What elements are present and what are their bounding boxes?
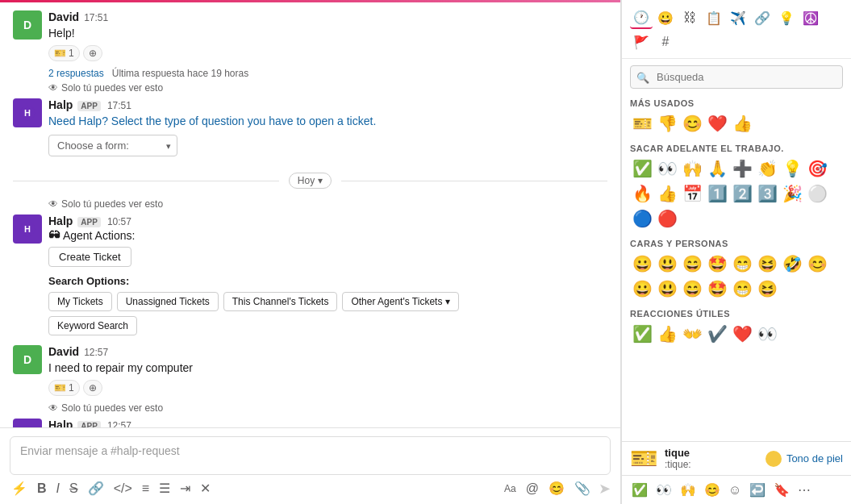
emoji-star-struck-2[interactable]: 🤩 [705, 277, 729, 301]
emoji-beaming[interactable]: 😁 [730, 252, 754, 276]
bold-button[interactable]: B [35, 481, 48, 497]
emoji-cat-recent[interactable]: 🕐 [630, 6, 653, 29]
emoji-rofl[interactable]: 🤣 [780, 252, 804, 276]
emoji-smile[interactable]: 😊 [680, 111, 704, 135]
message-block-halp-2: H Halp APP 10:57 🕶 Agent Actions: Create… [13, 215, 607, 342]
chat-input-box[interactable]: Enviar mensaje a #halp-request [10, 436, 611, 475]
emoji-cat-bulb[interactable]: 💡 [775, 6, 798, 29]
emoji-calendar[interactable]: 📅 [680, 181, 704, 206]
emoji-one[interactable]: 1️⃣ [705, 181, 729, 206]
emoji-smiley[interactable]: 😃 [655, 252, 679, 276]
footer-bookmark-btn[interactable]: 🔖 [772, 481, 791, 499]
clear-button[interactable]: ✕ [198, 481, 212, 497]
footer-relax-btn[interactable]: ☺️ [727, 481, 743, 499]
emoji-smile-3[interactable]: 😄 [680, 277, 704, 301]
emoji-eyes[interactable]: 👀 [655, 156, 679, 181]
reaction-add-2[interactable]: ⊕ [83, 380, 102, 396]
skin-circle [765, 451, 782, 467]
keyword-search-button[interactable]: Keyword Search [48, 316, 137, 335]
input-tools-right: Aa @ 😊 📎 ➤ [503, 480, 611, 498]
emoji-cat-travel[interactable]: ✈️ [727, 6, 749, 29]
emoji-cat-attach[interactable]: 🔗 [751, 6, 774, 29]
lightning-button[interactable]: ⚡ [10, 481, 29, 497]
link-button[interactable]: 🔗 [86, 481, 106, 497]
emoji-plus[interactable]: ➕ [730, 156, 754, 181]
date-chip[interactable]: Hoy ▾ [289, 173, 332, 189]
emoji-heart-2[interactable]: ❤️ [730, 322, 754, 346]
emoji-clap[interactable]: 👏 [755, 156, 779, 181]
aa-button[interactable]: Aa [503, 482, 518, 495]
footer-check-btn[interactable]: ✅ [630, 481, 649, 499]
emoji-fire[interactable]: 🔥 [630, 181, 654, 206]
reaction-add-1[interactable]: ⊕ [83, 45, 102, 61]
emoji-check-2[interactable]: ✅ [630, 322, 654, 346]
emoji-cat-hash[interactable]: # [654, 31, 677, 53]
mention-button[interactable]: @ [524, 481, 540, 497]
footer-hands-btn[interactable]: 🙌 [678, 481, 698, 499]
reply-info-1[interactable]: 2 respuestas Última respuesta hace 19 ho… [48, 68, 607, 79]
emoji-grinning[interactable]: 😀 [630, 252, 654, 276]
footer-smile-btn[interactable]: 😊 [703, 481, 722, 499]
emoji-three[interactable]: 3️⃣ [755, 181, 779, 206]
emoji-target[interactable]: 🎯 [805, 156, 829, 181]
emoji-laughing-2[interactable]: 😆 [755, 277, 779, 301]
emoji-section-utiles: Reacciones útiles ✅ 👍 👐 ✔️ ❤️ 👀 [622, 302, 851, 348]
emoji-tique[interactable]: 🎫 [630, 111, 654, 135]
emoji-pray[interactable]: 🙏 [705, 156, 729, 181]
emoji-grinning-2[interactable]: 😀 [630, 277, 654, 301]
emoji-cat-flag[interactable]: 🚩 [630, 31, 653, 53]
date-text: Hoy [298, 175, 315, 186]
msg-text-david-1: Help! [48, 25, 607, 42]
emoji-white-circle[interactable]: ⚪ [805, 181, 829, 206]
footer-more-btn[interactable]: ⋯ [796, 481, 812, 499]
emoji-search-input[interactable] [630, 65, 843, 89]
my-tickets-button[interactable]: My Tickets [48, 292, 112, 311]
emoji-thumbsup-2[interactable]: 👍 [655, 181, 679, 206]
footer-eyes-btn[interactable]: 👀 [654, 481, 674, 499]
emoji-eyes-2[interactable]: 👀 [755, 322, 779, 346]
unordered-list-button[interactable]: ☰ [157, 481, 172, 497]
footer-reply-btn[interactable]: ↩️ [748, 481, 767, 499]
emoji-raised-hands[interactable]: 🙌 [680, 156, 704, 181]
emoji-cat-clipboard[interactable]: 📋 [703, 6, 725, 29]
emoji-bulb-2[interactable]: 💡 [780, 156, 804, 181]
italic-button[interactable]: I [55, 481, 61, 497]
reaction-badge-2[interactable]: 🎫 1 [48, 380, 80, 396]
form-select-1[interactable]: Choose a form: [48, 135, 177, 156]
emoji-smile-2[interactable]: 😄 [680, 252, 704, 276]
create-ticket-button[interactable]: Create Ticket [48, 247, 131, 267]
strikethrough-button[interactable]: S [68, 481, 80, 497]
indent-button[interactable]: ⇥ [178, 481, 192, 497]
attach-button[interactable]: 📎 [573, 481, 592, 497]
code-block-button[interactable]: </> [112, 481, 134, 497]
emoji-laughing[interactable]: 😆 [755, 252, 779, 276]
send-button[interactable]: ➤ [599, 480, 611, 498]
reaction-badge-1[interactable]: 🎫 1 [48, 45, 80, 61]
this-channel-tickets-button[interactable]: This Channel's Tickets [223, 292, 338, 311]
emoji-thumbsup-3[interactable]: 👍 [655, 322, 679, 346]
emoji-cat-peace[interactable]: ☮️ [799, 6, 822, 29]
emoji-grid-mas-usados: 🎫 👎 😊 ❤️ 👍 [630, 111, 843, 135]
emoji-heart[interactable]: ❤️ [705, 111, 729, 135]
emoji-button[interactable]: 😊 [547, 481, 566, 497]
emoji-blue-circle[interactable]: 🔵 [630, 206, 654, 231]
emoji-heavy-check[interactable]: ✔️ [705, 322, 729, 346]
emoji-beaming-2[interactable]: 😁 [730, 277, 754, 301]
unassigned-tickets-button[interactable]: Unassigned Tickets [117, 292, 219, 311]
emoji-check[interactable]: ✅ [630, 156, 654, 181]
emoji-cat-link[interactable]: ⛓ [678, 6, 701, 29]
emoji-star-struck[interactable]: 🤩 [705, 252, 729, 276]
emoji-open-hands[interactable]: 👐 [680, 322, 704, 346]
emoji-thumbsdown[interactable]: 👎 [655, 111, 679, 135]
svg-text:H: H [24, 108, 31, 118]
emoji-thumbsup[interactable]: 👍 [730, 111, 754, 135]
emoji-blush[interactable]: 😊 [805, 252, 829, 276]
other-agent-tickets-button[interactable]: Other Agent's Tickets ▾ [342, 292, 459, 311]
emoji-two[interactable]: 2️⃣ [730, 181, 754, 206]
emoji-red-circle[interactable]: 🔴 [655, 206, 679, 231]
emoji-cat-smileys[interactable]: 😀 [654, 6, 677, 29]
ordered-list-button[interactable]: ≡ [140, 481, 151, 497]
emoji-skin-tone[interactable]: Tono de piel [765, 451, 843, 467]
emoji-smiley-2[interactable]: 😃 [655, 277, 679, 301]
emoji-party[interactable]: 🎉 [780, 181, 804, 206]
